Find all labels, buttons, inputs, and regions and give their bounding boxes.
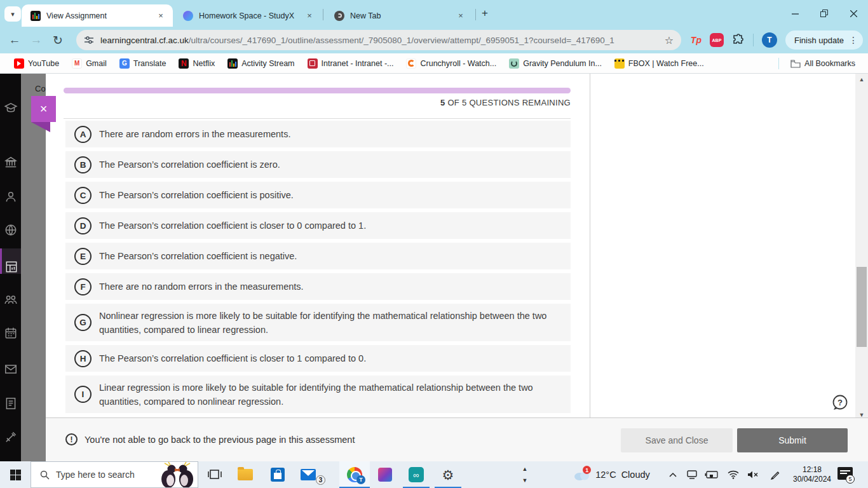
- reload-icon[interactable]: ↻: [47, 33, 69, 48]
- answer-option-g[interactable]: G Nonlinear regression is more likely to…: [65, 304, 571, 341]
- tab-close-icon[interactable]: ×: [455, 10, 466, 22]
- new-tab-button[interactable]: +: [482, 7, 488, 20]
- sidebar-item-profile[interactable]: [0, 184, 21, 210]
- restore-button[interactable]: [810, 0, 839, 27]
- taskbar-search-input[interactable]: Type here to search: [31, 461, 198, 488]
- bookmark-activity-stream[interactable]: Activity Stream: [222, 57, 299, 71]
- minimize-button[interactable]: [780, 0, 810, 27]
- chevron-up-icon[interactable]: ▲: [522, 466, 528, 472]
- address-bar[interactable]: learningcentral.cf.ac.uk/ultra/courses/_…: [76, 30, 681, 50]
- option-letter-badge: C: [74, 187, 92, 204]
- store-icon: [271, 468, 285, 482]
- sidebar-item-grades-active[interactable]: [0, 248, 21, 274]
- bookmark-youtube[interactable]: YouTube: [9, 57, 64, 71]
- option-text: There are no random errors in the measur…: [99, 280, 304, 294]
- bookmark-netflix[interactable]: N Netflix: [173, 57, 220, 71]
- tray-chevron-button[interactable]: [665, 461, 681, 488]
- taskbar-clock[interactable]: 12:18 30/04/2024: [789, 461, 835, 488]
- svg-text:?: ?: [837, 398, 843, 407]
- sidebar-item-institution[interactable]: [0, 150, 21, 175]
- sidebar-item-organizations[interactable]: [0, 287, 21, 313]
- extensions-puzzle-icon[interactable]: [732, 34, 745, 46]
- help-bubble-icon[interactable]: ?: [831, 394, 849, 412]
- answer-option-d[interactable]: D The Pearson’s correlation coefficient …: [65, 212, 571, 239]
- tab-view-assignment[interactable]: View Assignment ×: [22, 4, 173, 27]
- tab-title: Homework Space - StudyX: [199, 11, 298, 20]
- sidebar-item-activity[interactable]: [0, 217, 21, 243]
- settings-button[interactable]: ⚙: [433, 461, 463, 488]
- finish-update-button[interactable]: Finish update ⋮: [785, 30, 863, 50]
- answer-option-h[interactable]: H The Pearson’s correlation coefficient …: [65, 345, 571, 372]
- option-letter-badge: D: [74, 217, 92, 234]
- bookmark-crunchyroll[interactable]: Crunchyroll - Watch...: [401, 57, 501, 71]
- adblock-plus-extension-icon[interactable]: ABP: [710, 33, 724, 47]
- search-icon: [40, 470, 50, 480]
- sidebar-item-tools[interactable]: [0, 424, 21, 450]
- browser-menu-kebab-icon[interactable]: ⋮: [849, 35, 858, 45]
- temperature-label: 12°C: [595, 470, 616, 480]
- sidebar-item-news[interactable]: [0, 391, 21, 416]
- graduation-cap-icon: [4, 101, 18, 115]
- tab-close-icon[interactable]: ×: [304, 10, 315, 22]
- submit-button[interactable]: Submit: [737, 428, 848, 452]
- pen-button[interactable]: [766, 461, 785, 488]
- microsoft-store-button[interactable]: [262, 461, 293, 488]
- chrome-button-active[interactable]: T: [339, 461, 370, 488]
- office-button[interactable]: [370, 461, 400, 488]
- battery-button[interactable]: [703, 461, 721, 488]
- taskbar-scroll-arrows[interactable]: ▲▼: [519, 461, 531, 488]
- people-icon: [4, 293, 18, 307]
- cast-display-button[interactable]: [684, 461, 700, 488]
- answer-option-e[interactable]: E The Pearson’s correlation coefficient …: [65, 243, 571, 269]
- scroll-up-icon[interactable]: ▲: [858, 76, 865, 83]
- arduino-button[interactable]: ∞: [401, 461, 431, 488]
- tampermonkey-extension-icon[interactable]: Tp: [691, 35, 702, 45]
- back-icon[interactable]: ←: [4, 33, 25, 47]
- weather-widget[interactable]: 1 12°C Cloudy: [569, 461, 653, 488]
- bookmark-label: YouTube: [28, 59, 59, 68]
- crunchyroll-icon: [406, 58, 416, 69]
- bookmark-intranet[interactable]: Intranet - Intranet -...: [302, 57, 399, 71]
- sidebar-item-courses[interactable]: [0, 95, 21, 121]
- answer-option-f[interactable]: F There are no random errors in the meas…: [65, 273, 571, 300]
- bookmark-gmail[interactable]: M Gmail: [67, 57, 112, 71]
- sidebar-item-messages[interactable]: [0, 356, 21, 382]
- task-view-button[interactable]: [200, 461, 230, 488]
- close-window-button[interactable]: [839, 0, 868, 27]
- bookmark-label: FBOX | Watch Free...: [628, 59, 704, 68]
- sidebar-item-calendar[interactable]: [0, 320, 21, 346]
- option-letter-badge: H: [74, 350, 92, 367]
- gradebook-icon: [4, 260, 18, 274]
- site-info-icon[interactable]: [84, 35, 94, 45]
- bookmark-translate[interactable]: G Translate: [114, 57, 172, 71]
- close-assessment-button[interactable]: ×: [31, 96, 56, 122]
- save-and-close-button[interactable]: Save and Close: [621, 428, 733, 452]
- scrollbar-thumb[interactable]: [857, 267, 867, 347]
- forward-icon[interactable]: →: [25, 33, 47, 47]
- answer-option-i[interactable]: I Linear regression is more likely to be…: [65, 376, 571, 413]
- tab-close-icon[interactable]: ×: [155, 10, 166, 22]
- file-explorer-button[interactable]: [230, 461, 261, 488]
- volume-button[interactable]: [743, 461, 763, 488]
- all-bookmarks-folder[interactable]: All Bookmarks: [785, 57, 860, 70]
- bookmark-fbox[interactable]: FBOX | Watch Free...: [609, 57, 709, 71]
- tab-title: View Assignment: [46, 11, 149, 20]
- mail-button[interactable]: 3: [293, 461, 323, 488]
- answer-option-b[interactable]: B The Pearson’s correlation coefficient …: [65, 151, 571, 178]
- tab-homework-space[interactable]: Homework Space - StudyX ×: [177, 4, 322, 27]
- studyx-favicon-icon: [183, 11, 193, 21]
- chevron-down-icon[interactable]: ▼: [522, 477, 528, 484]
- tab-list-chevron-button[interactable]: ▾: [4, 6, 21, 22]
- answer-option-a[interactable]: A There are random errors in the measure…: [65, 121, 571, 147]
- tab-new-tab[interactable]: New Tab ×: [328, 4, 473, 27]
- bookmark-gravity-pendulum[interactable]: Gravity Pendulum In...: [504, 57, 607, 71]
- wifi-button[interactable]: [724, 461, 742, 488]
- profile-avatar[interactable]: T: [762, 32, 777, 48]
- penguins-image: [153, 462, 198, 487]
- assessment-footer: ! You're not able to go back to the prev…: [46, 417, 868, 461]
- vertical-scrollbar[interactable]: ▲ ▼: [855, 74, 868, 422]
- start-button[interactable]: [0, 461, 31, 488]
- browser-toolbar: ← → ↻ learningcentral.cf.ac.uk/ultra/cou…: [0, 27, 868, 53]
- answer-option-c[interactable]: C The Pearson’s correlation coefficient …: [65, 182, 571, 208]
- bookmark-star-icon[interactable]: ☆: [665, 34, 674, 46]
